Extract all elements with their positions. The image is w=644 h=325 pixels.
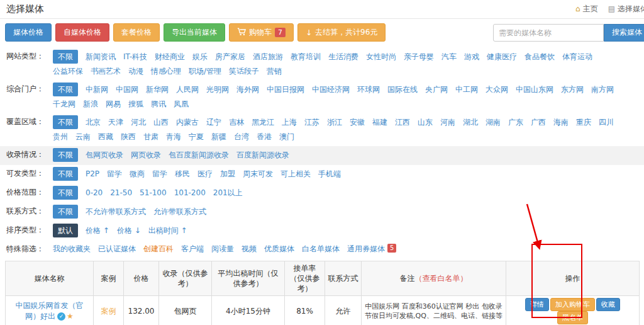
filter-option[interactable]: 体育运动	[562, 50, 592, 63]
filter-option[interactable]: 通用券媒体	[347, 242, 385, 255]
case-link[interactable]: 案例	[101, 307, 116, 316]
filter-option[interactable]: 教育培训	[291, 50, 321, 63]
self-media-price-button[interactable]: 自媒体价格	[55, 23, 109, 42]
filter-option[interactable]: 中国日报网	[267, 83, 304, 96]
home-link[interactable]: ⌂主页	[575, 4, 598, 14]
filter-option[interactable]: 安徽	[350, 116, 365, 128]
filter-option[interactable]: 包网页收录	[86, 149, 123, 161]
filter-option[interactable]: 书画艺术	[91, 65, 121, 77]
filter-option[interactable]: 四川	[599, 116, 614, 128]
filter-option[interactable]: 移民	[175, 168, 190, 180]
filter-option[interactable]: 白名单媒体	[302, 242, 340, 255]
filter-option[interactable]: 环球网	[357, 83, 380, 96]
filter-option[interactable]: 天津	[108, 116, 123, 128]
filter-option[interactable]: 湖南	[486, 116, 501, 128]
filter-option[interactable]: 江苏	[304, 116, 319, 128]
filter-selected-chip[interactable]: 不限	[53, 50, 78, 64]
filter-option[interactable]: 中国山东网	[516, 83, 553, 96]
filter-option[interactable]: 海南	[553, 116, 569, 128]
filter-option[interactable]: 101-200	[174, 186, 206, 199]
filter-selected-chip[interactable]: 不限	[53, 115, 78, 129]
filter-option[interactable]: 国际在线	[387, 83, 418, 96]
filter-option[interactable]: 201以上	[213, 186, 243, 199]
filter-option[interactable]: 网页收录	[131, 149, 161, 161]
filter-option[interactable]: 广西	[531, 116, 546, 128]
filter-option[interactable]: 新疆	[211, 130, 226, 143]
filter-option[interactable]: 中国经济网	[312, 83, 350, 96]
filter-option[interactable]: 我的收藏夹	[53, 242, 91, 255]
filter-option[interactable]: 上海	[282, 116, 297, 128]
filter-option[interactable]: 黑龙江	[252, 116, 274, 128]
filter-option[interactable]: 女性时尚	[366, 50, 396, 63]
filter-option[interactable]: 周末可发	[243, 168, 273, 180]
filter-option[interactable]: 51-100	[140, 186, 167, 199]
filter-option[interactable]: 情感心理	[151, 65, 181, 77]
filter-option[interactable]: 江西	[395, 116, 410, 128]
filter-selected-chip[interactable]: 不限	[53, 83, 78, 96]
filter-option[interactable]: 价格 ↑	[86, 224, 109, 237]
blacklist-button[interactable]: 黑名单	[557, 311, 588, 324]
filter-option[interactable]: 网易	[106, 98, 121, 110]
filter-option[interactable]: 中新网	[86, 83, 108, 96]
filter-option[interactable]: 吉林	[229, 116, 244, 128]
filter-option[interactable]: 价格 ↓	[117, 224, 141, 237]
filter-option[interactable]: 宁夏	[189, 130, 204, 143]
filter-selected-chip[interactable]: 不限	[53, 186, 78, 200]
filter-option[interactable]: 创建百科	[143, 242, 174, 255]
filter-selected-chip[interactable]: 不限	[53, 148, 78, 162]
filter-option[interactable]: 包百度新闻源收录	[169, 149, 229, 161]
filter-option[interactable]: 西藏	[98, 130, 113, 143]
filter-option[interactable]: 凤凰	[174, 98, 189, 110]
filter-option[interactable]: 山西	[153, 116, 169, 128]
filter-option[interactable]: 浙江	[327, 116, 342, 128]
filter-option[interactable]: 生活消费	[328, 50, 358, 63]
filter-option[interactable]: 辽宁	[206, 116, 221, 128]
filter-selected-chip[interactable]: 不限	[53, 205, 78, 219]
favorite-button[interactable]: 收藏	[596, 298, 620, 311]
filter-option[interactable]: P2P	[86, 168, 99, 180]
filter-option[interactable]: 新浪	[83, 98, 98, 110]
filter-option[interactable]: 视频	[242, 242, 257, 255]
filter-option[interactable]: 汽车	[441, 50, 457, 63]
filter-option[interactable]: 甘肃	[143, 130, 158, 143]
filter-option[interactable]: 留学	[152, 168, 167, 180]
filter-option[interactable]: IT-科技	[123, 50, 147, 63]
filter-option[interactable]: 云南	[75, 130, 91, 143]
filter-option[interactable]: 腾讯	[151, 98, 166, 110]
package-price-button[interactable]: 套餐价格	[113, 23, 160, 42]
filter-option[interactable]: 不允许带联系方式	[86, 205, 146, 218]
checkout-button[interactable]: ↓ 去结算，共计96元	[297, 23, 386, 42]
filter-option[interactable]: 亲子母婴	[404, 50, 434, 63]
filter-option[interactable]: 留学	[107, 168, 122, 180]
filter-option[interactable]: 台湾	[234, 130, 249, 143]
filter-option[interactable]: 陕西	[121, 130, 136, 143]
filter-option[interactable]: 人民网	[176, 83, 199, 96]
filter-option[interactable]: 动漫	[128, 65, 143, 77]
filter-option[interactable]: 光明网	[206, 83, 229, 96]
filter-option[interactable]: 手机端	[318, 168, 341, 180]
media-price-button[interactable]: 媒体价格	[5, 23, 52, 42]
filter-option[interactable]: 中国网	[116, 83, 138, 96]
filter-option[interactable]: 酒店旅游	[253, 50, 283, 63]
filter-option[interactable]: 内蒙古	[176, 116, 199, 128]
filter-option[interactable]: 百度新闻源收录	[236, 149, 289, 161]
filter-option[interactable]: 营销	[267, 65, 282, 77]
filter-option[interactable]: 医疗	[197, 168, 213, 180]
filter-option[interactable]: 新华网	[146, 83, 169, 96]
filter-option[interactable]: 澳门	[279, 130, 294, 143]
filter-option[interactable]: 河南	[440, 116, 455, 128]
filter-selected-chip[interactable]: 默认	[53, 224, 78, 237]
filter-option[interactable]: 已认证媒体	[98, 242, 136, 255]
search-media-button[interactable]: 搜索媒体	[604, 24, 644, 42]
filter-option[interactable]: 微商	[130, 168, 145, 180]
filter-option[interactable]: 优质媒体	[264, 242, 294, 255]
filter-option[interactable]: 房产家居	[215, 50, 245, 63]
current-page-link[interactable]: ▤选择媒体	[608, 4, 644, 14]
filter-option[interactable]: 福建	[372, 116, 387, 128]
filter-option[interactable]: 千龙网	[53, 98, 75, 110]
filter-option[interactable]: 职场/管理	[189, 65, 221, 77]
filter-selected-chip[interactable]: 不限	[53, 167, 78, 181]
filter-option[interactable]: 东方网	[561, 83, 584, 96]
cart-button[interactable]: 加入购物车	[550, 298, 595, 311]
filter-option[interactable]: 0-20	[86, 186, 103, 199]
